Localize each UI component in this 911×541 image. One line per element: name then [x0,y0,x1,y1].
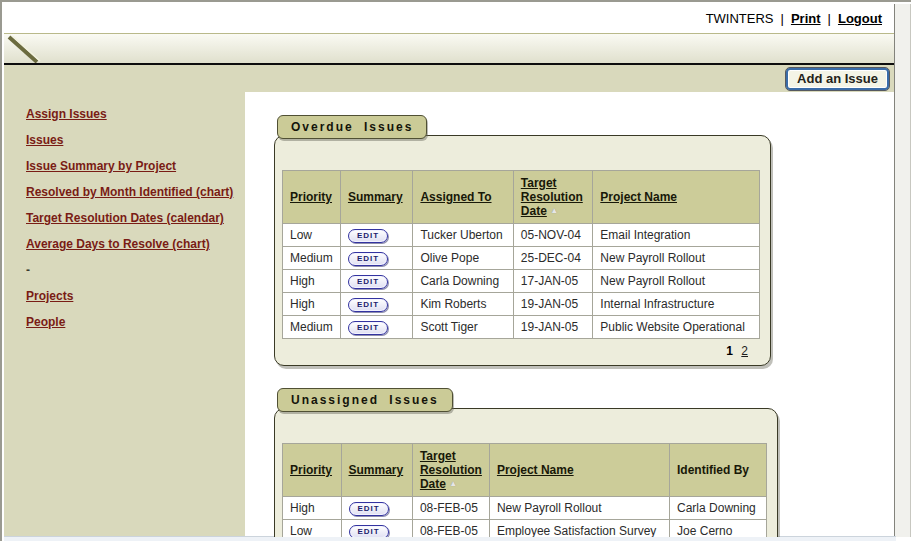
username-label: TWINTERS [706,11,774,26]
toolbar: Add an Issue [4,65,896,92]
unassigned-issues-table: Priority Summary Target Resolution Date … [282,443,767,537]
unassigned-issues-region: Unassigned Issues Priority Summary [274,388,896,537]
project-name-cell: New Payroll Rollout [489,497,669,520]
column-sort-assigned-to[interactable]: Assigned To [420,190,491,204]
column-sort-priority[interactable]: Priority [290,463,332,477]
page: TWINTERS | Print | Logout Add an Issue A… [4,4,896,537]
region-box: Priority Summary Assigned To Target Reso… [274,135,771,366]
vertical-scrollbar[interactable] [894,4,911,537]
assigned-to-cell: Olive Pope [413,247,513,270]
project-name-cell: New Payroll Rollout [593,247,760,270]
separator: | [781,11,784,26]
sidebar-item-target-resolution-calendar[interactable]: Target Resolution Dates (calendar) [26,212,245,225]
target-date-cell: 25-DEC-04 [513,247,593,270]
top-bar: TWINTERS | Print | Logout [4,4,896,33]
separator: | [828,11,831,26]
sidebar-item-assign-issues[interactable]: Assign Issues [26,108,245,121]
sort-ascending-icon: ▲ [449,479,457,488]
sidebar-item-issue-summary-by-project[interactable]: Issue Summary by Project [26,160,245,173]
column-sort-project-name[interactable]: Project Name [600,190,677,204]
content: Assign Issues Issues Issue Summary by Pr… [4,92,896,537]
column-sort-summary[interactable]: Summary [349,463,404,477]
banner [4,33,896,65]
priority-cell: Low [283,520,342,538]
overdue-issues-table: Priority Summary Assigned To Target Reso… [282,170,760,339]
pagination-current-page: 1 [726,344,733,358]
edit-button[interactable]: EDIT [348,252,388,266]
assigned-to-cell: Tucker Uberton [413,224,513,247]
table-row: High EDIT Kim Roberts 19-JAN-05 Internal… [283,293,760,316]
target-date-cell: 17-JAN-05 [513,270,593,293]
column-sort-summary[interactable]: Summary [348,190,403,204]
table-row: High EDIT Carla Downing 17-JAN-05 New Pa… [283,270,760,293]
region-title: Unassigned Issues [277,388,453,412]
edit-button[interactable]: EDIT [348,321,388,335]
sidebar-item-people[interactable]: People [26,316,245,329]
priority-cell: High [283,497,342,520]
sidebar-item-resolved-by-month-chart[interactable]: Resolved by Month Identified (chart) [26,186,245,199]
print-link[interactable]: Print [791,11,821,26]
target-date-cell: 19-JAN-05 [513,316,593,339]
logout-link[interactable]: Logout [838,11,882,26]
sidebar-nav: Assign Issues Issues Issue Summary by Pr… [4,92,245,537]
project-name-cell: New Payroll Rollout [593,270,760,293]
project-name-cell: Internal Infrastructure [593,293,760,316]
app-window: TWINTERS | Print | Logout Add an Issue A… [0,0,911,541]
priority-cell: Medium [283,316,341,339]
overdue-issues-region: Overdue Issues Priority Summary [274,115,896,366]
header-row: Priority Summary Target Resolution Date … [283,444,767,497]
table-row: Low EDIT Tucker Uberton 05-NOV-04 Email … [283,224,760,247]
project-name-cell: Employee Satisfaction Survey [489,520,669,538]
identified-by-cell: Carla Downing [670,497,767,520]
assigned-to-cell: Kim Roberts [413,293,513,316]
priority-cell: High [283,270,341,293]
sidebar-item-placeholder-dash: - [26,264,245,277]
priority-cell: High [283,293,341,316]
edit-button[interactable]: EDIT [348,275,388,289]
target-date-cell: 05-NOV-04 [513,224,593,247]
add-issue-button[interactable]: Add an Issue [786,68,889,90]
banner-slash-icon [6,34,48,63]
column-sort-priority[interactable]: Priority [290,190,332,204]
edit-button[interactable]: EDIT [349,525,389,537]
pagination: 1 2 [282,344,760,358]
region-box: Priority Summary Target Resolution Date … [274,408,778,537]
target-date-cell: 19-JAN-05 [513,293,593,316]
edit-button[interactable]: EDIT [348,298,388,312]
edit-button[interactable]: EDIT [349,502,389,516]
table-row: Low EDIT 08-FEB-05 Employee Satisfaction… [283,520,767,538]
priority-cell: Medium [283,247,341,270]
table-row: Medium EDIT Olive Pope 25-DEC-04 New Pay… [283,247,760,270]
region-title: Overdue Issues [277,115,427,139]
table-row: Medium EDIT Scott Tiger 19-JAN-05 Public… [283,316,760,339]
column-sort-project-name[interactable]: Project Name [497,463,574,477]
sidebar-item-average-days-chart[interactable]: Average Days to Resolve (chart) [26,238,245,251]
target-date-cell: 08-FEB-05 [412,520,489,538]
project-name-cell: Email Integration [593,224,760,247]
sidebar-item-projects[interactable]: Projects [26,290,245,303]
column-identified-by: Identified By [677,463,749,477]
project-name-cell: Public Website Operational [593,316,760,339]
identified-by-cell: Joe Cerno [670,520,767,538]
pagination-page-2-link[interactable]: 2 [741,344,748,358]
assigned-to-cell: Carla Downing [413,270,513,293]
header-row: Priority Summary Assigned To Target Reso… [283,171,760,224]
assigned-to-cell: Scott Tiger [413,316,513,339]
edit-button[interactable]: EDIT [348,229,388,243]
main-content: Overdue Issues Priority Summary [245,92,896,537]
sort-ascending-icon: ▲ [550,206,558,215]
target-date-cell: 08-FEB-05 [412,497,489,520]
priority-cell: Low [283,224,341,247]
table-row: High EDIT 08-FEB-05 New Payroll Rollout … [283,497,767,520]
sidebar-item-issues[interactable]: Issues [26,134,245,147]
